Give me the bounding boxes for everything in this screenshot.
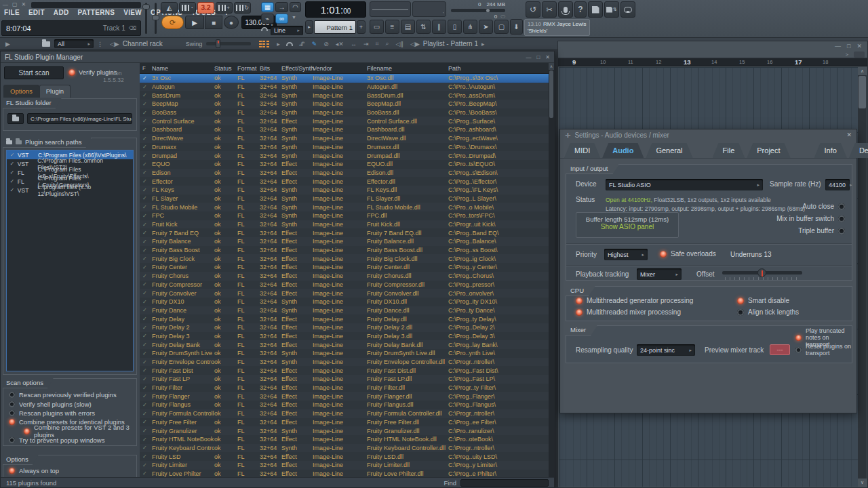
plugin-row[interactable]: ✓ Edison ok FL 32+64 Effect Image-Line E… [140, 169, 549, 178]
mic-icon[interactable] [558, 1, 573, 18]
main-time-display[interactable]: 1:01:00 [305, 1, 366, 18]
start-scan-button[interactable]: Start scan [4, 66, 64, 79]
remove-folder-icon[interactable] [16, 140, 22, 144]
plugin-row[interactable]: ✓ Autogun ok FL 32+64 Synth Image-Line A… [140, 83, 549, 92]
plugin-row[interactable]: ✓ FL Slayer ok FL 32+64 Synth Image-Line… [140, 195, 549, 203]
plugin-row[interactable]: ✓ Fruity Chorus ok FL 32+64 Effect Image… [140, 272, 549, 281]
plugin-row[interactable]: ✓ Fruity Envelope Controller ok FL 32+64… [140, 358, 549, 367]
settings-tab[interactable]: Project [747, 143, 790, 158]
scroll-up-icon[interactable]: ∧ [858, 67, 867, 75]
scan-option[interactable]: Verify shell plugins (slow) [9, 399, 134, 408]
radio-led[interactable] [838, 203, 845, 210]
plugin-row[interactable]: ✓ FPC ok FL 32+64 Synth Image-Line FPC.d… [140, 211, 549, 220]
mixer-option[interactable]: Play truncated notes on transport [795, 333, 852, 342]
mix-in-buffer-option[interactable]: Mix in buffer switch [776, 215, 845, 222]
find-input[interactable] [460, 479, 549, 487]
plugin-row[interactable]: ✓ Dashboard ok FL 32+64 Synth Image-Line… [140, 125, 549, 134]
close-icon[interactable]: ✕ [545, 54, 550, 60]
table-scrollbar[interactable]: ∧ [549, 63, 554, 477]
maximize-icon[interactable]: □ [536, 54, 540, 60]
mixer-option[interactable]: Reset plugins on transport [795, 345, 852, 354]
cpu-option[interactable]: Multithreaded generator processing [576, 296, 737, 305]
plugin-row[interactable]: ✓ Drumpad ok FL 32+64 Synth Image-Line D… [140, 151, 549, 160]
help-icon[interactable]: ? [574, 1, 587, 18]
plugin-row[interactable]: ✓ Fruity Keyboard Controller ok FL 32+64… [140, 444, 549, 453]
loop-recording-button[interactable]: ↻ [234, 2, 251, 14]
blend-recording-button[interactable]: + [216, 2, 233, 14]
plugin-row[interactable]: ✓ Fruit Kick ok FL 32+64 Synth Image-Lin… [140, 220, 549, 229]
close-icon[interactable]: ✕ [22, 1, 26, 7]
menu-item[interactable]: PATTERNS [77, 9, 115, 16]
playlist-speaker-icon[interactable]: ◁▶ [410, 41, 420, 47]
plugin-row[interactable]: ✓ Fruity Bass Boost ok FL 32+64 Effect I… [140, 246, 549, 255]
plugin-row[interactable]: ✓ DirectWave ok FL 32+64 Synth Image-Lin… [140, 134, 549, 143]
preview-headphones-icon[interactable] [286, 42, 293, 46]
sidebar-tab[interactable]: Plugin [39, 85, 71, 98]
playback-tracking-dropdown[interactable]: Mixer▸ [637, 268, 682, 280]
plugin-row[interactable]: ✓ Fruity Flanger ok FL 32+64 Effect Imag… [140, 392, 549, 401]
triple-buffer-option[interactable]: Triple buffer [798, 227, 845, 235]
scroll-up-icon[interactable]: ∧ [549, 63, 554, 70]
master-volume-slider[interactable] [155, 3, 157, 34]
play-mini-icon[interactable]: ▸ [277, 41, 280, 47]
hat-icon[interactable]: ◠ [290, 2, 301, 12]
priority-dropdown[interactable]: Highest▸ [604, 249, 648, 260]
master-pitch-slider[interactable] [145, 3, 147, 34]
expand-arrow-icon[interactable]: ▶ [5, 41, 10, 47]
channel-rack-view-icon[interactable]: ≡ [385, 20, 399, 34]
settings-tab[interactable]: Info [814, 143, 847, 158]
settings-tab[interactable]: MIDI [564, 143, 600, 158]
save-version-icon[interactable]: ⇅ [604, 1, 619, 18]
plugin-row[interactable]: ✓ EQUO ok FL 32+64 Effect Image-Line EQU… [140, 160, 549, 169]
plugin-picker-icon[interactable]: ⋔ [463, 20, 477, 34]
mixer-view-icon[interactable]: ⇅ [416, 20, 431, 34]
browse-folder-button[interactable] [7, 113, 24, 124]
settings-titlebar[interactable]: ✛ Settings - Audio devices / mixer ✕ [560, 129, 856, 140]
plugin-row[interactable]: ✓ Fruity Delay Bank ok FL 32+64 Effect I… [140, 340, 549, 349]
metronome-button[interactable]: ◭ [161, 2, 178, 14]
plugin-row[interactable]: ✓ Fruity Free Filter ok FL 32+64 Effect … [140, 418, 549, 427]
menu-item[interactable]: FILE [4, 9, 20, 16]
auto-close-option[interactable]: Auto close [802, 203, 845, 210]
zoom-icon[interactable]: ⌕ [386, 40, 389, 47]
plugin-row[interactable]: ✓ Fruity Granulizer ok FL 32+64 Synth Im… [140, 426, 549, 435]
browser-folder-icon[interactable] [42, 41, 50, 47]
maximize-icon[interactable]: □ [847, 43, 850, 49]
audition-icon[interactable]: ◁∥ [396, 41, 403, 47]
plugin-row[interactable]: ✓ Fruity HTML NoteBook ok FL 32+64 Effec… [140, 435, 549, 444]
playlist-timeline[interactable]: 9101112131415161718 [558, 58, 867, 66]
plugin-row[interactable]: ✓ Fruity DrumSynth Live ok FL 32+64 Synt… [140, 349, 549, 358]
select-icon[interactable]: ⌗ [375, 40, 378, 47]
speaker-toggle-icon[interactable]: ◁▶ [110, 41, 119, 47]
snap-selector[interactable]: Line▸ [271, 26, 303, 35]
playlist-arrow-icon[interactable]: ▸ [481, 41, 485, 47]
plugin-row[interactable]: ✓ Fruity 7 Band EQ ok FL 32+64 Effect Im… [140, 228, 549, 237]
cut-tool-icon[interactable]: ✂ [542, 1, 557, 18]
sidebar-tab[interactable]: Options [3, 85, 39, 98]
plugin-row[interactable]: ✓ Fruity LSD ok FL 32+64 Effect Image-Li… [140, 452, 549, 461]
menu-item[interactable]: EDIT [28, 9, 45, 16]
brush-icon[interactable]: ✎ [312, 41, 317, 47]
search-path-item[interactable]: ✓ VST c:\program files (x..io 12\Plugins… [7, 186, 133, 195]
scan-option[interactable]: Rescan plugins with errors [9, 409, 134, 418]
mini-panel[interactable] [854, 52, 865, 58]
stop-button[interactable]: ■ [205, 16, 222, 29]
paperclip-icon[interactable]: 🖇 [299, 41, 305, 47]
plugin-row[interactable]: ✓ Drumaxx ok FL 32+64 Synth Image-Line D… [140, 143, 549, 152]
settings-tab[interactable]: Debug [849, 143, 868, 158]
typing-to-piano-icon[interactable]: ▦ [261, 2, 274, 12]
pattern-song-toggle[interactable]: ⟳ [161, 16, 184, 29]
plugin-row[interactable]: ✓ Fruity Convolver ok FL 32+64 Effect Im… [140, 289, 549, 298]
settings-tab[interactable]: File [713, 143, 745, 158]
next-arrow-icon[interactable]: ＞ [844, 51, 850, 58]
plugin-row[interactable]: ✓ Control Surface ok FL 32+64 Effect Ima… [140, 117, 549, 125]
minimize-icon[interactable]: — [526, 54, 531, 60]
plugin-row[interactable]: ✓ Fruity Fast Dist ok FL 32+64 Effect Im… [140, 366, 549, 375]
plugin-manager-titlebar[interactable]: FL Studio Plugin Manager — □ ✕ [1, 52, 554, 63]
scroll-down-icon[interactable]: ∨ [858, 479, 867, 487]
restore-icon[interactable]: ▢ [12, 1, 18, 7]
plugin-row[interactable]: ✓ Fruity Center ok FL 32+64 Effect Image… [140, 263, 549, 272]
step-grid-icon[interactable] [259, 41, 269, 47]
plugin-row[interactable]: ✓ 3x Osc ok FL 32+64 Synth Image-Line 3x… [140, 74, 549, 83]
plugin-row[interactable]: ✓ Fruity DX10 ok FL 32+64 Synth Image-Li… [140, 298, 549, 306]
